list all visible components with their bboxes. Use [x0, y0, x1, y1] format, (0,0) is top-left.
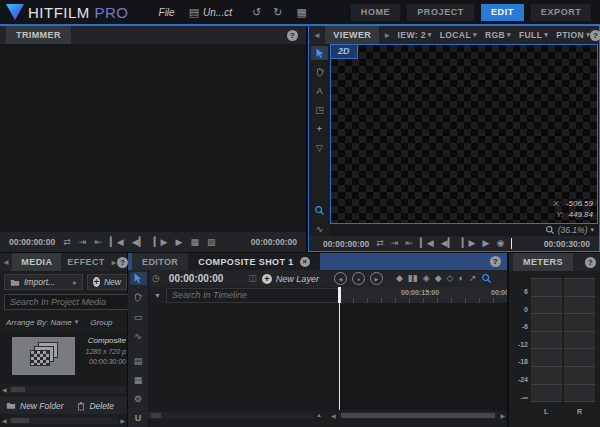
frame-view-icon[interactable]: ▤: [130, 355, 147, 368]
track-h-scrollbar[interactable]: [339, 412, 498, 419]
new-folder-button[interactable]: New Folder: [6, 401, 63, 411]
viewer-canvas[interactable]: 2D X:-506.59 Y:449.84: [330, 44, 598, 224]
slip-tool-icon[interactable]: ▭: [130, 310, 147, 323]
media-h-scrollbar[interactable]: [9, 386, 125, 393]
project-button[interactable]: ▤ Un...ct: [189, 6, 232, 19]
scroll-left-icon[interactable]: ◀: [331, 412, 336, 419]
tab-viewer[interactable]: VIEWER: [325, 26, 379, 44]
help-icon[interactable]: ?: [585, 257, 596, 268]
interpolation-icon[interactable]: ◐: [458, 274, 463, 283]
tab-editor[interactable]: EDITOR: [132, 253, 188, 270]
transform-tool-icon[interactable]: ◳: [311, 103, 328, 117]
track-area[interactable]: [340, 303, 507, 410]
zoom-tool-icon[interactable]: [311, 203, 328, 217]
set-in-point-icon[interactable]: ⇤: [405, 239, 413, 248]
camera-icon[interactable]: ◫: [248, 274, 257, 283]
next-keyframe-icon[interactable]: ▶: [370, 272, 383, 285]
panel-scroll-left-icon[interactable]: ◄: [309, 31, 325, 40]
view-mode-dropdown[interactable]: IEW: 2▾: [398, 30, 432, 40]
scroll-right-icon[interactable]: ▶: [500, 412, 505, 419]
step-back-icon[interactable]: ◀▎: [441, 239, 455, 248]
channel-dropdown[interactable]: RGB▾: [485, 30, 511, 40]
keyframe-hollow-icon[interactable]: ◇: [447, 274, 454, 283]
keyframe-add-icon[interactable]: ◆: [435, 274, 442, 283]
tab-export[interactable]: EXPORT: [531, 4, 592, 21]
close-tab-icon[interactable]: ×: [300, 257, 310, 267]
filter-icon[interactable]: ▼: [154, 292, 161, 299]
slice-icon[interactable]: ▮▮: [408, 274, 418, 283]
help-icon[interactable]: ?: [590, 30, 600, 41]
undo-button[interactable]: ↺: [252, 6, 261, 19]
tab-project[interactable]: PROJECT: [407, 4, 474, 21]
panel-scroll-right-icon[interactable]: ►: [379, 31, 395, 40]
layer-h-scrollbar[interactable]: [148, 412, 313, 419]
group-by-dropdown[interactable]: Group: [90, 318, 112, 327]
play-icon[interactable]: ▶: [175, 238, 182, 247]
value-graph-icon[interactable]: ↗: [469, 274, 477, 283]
scroll-left-icon[interactable]: ◀: [2, 386, 7, 393]
help-icon[interactable]: ?: [117, 257, 128, 268]
anchor-tool-icon[interactable]: ▽: [311, 141, 328, 155]
tab-composite-shot[interactable]: COMPOSITE SHOT 1 ×: [188, 253, 319, 270]
help-icon[interactable]: ?: [490, 256, 501, 267]
view-mode-badge[interactable]: 2D: [331, 45, 358, 59]
step-back-icon[interactable]: ◀▎: [132, 238, 146, 247]
scroll-right-icon[interactable]: ▶: [120, 417, 125, 424]
timeline-ruler[interactable]: 00:00:15:00 00:00:3: [339, 287, 507, 303]
set-out-point-icon[interactable]: ⇥: [391, 239, 399, 248]
media-h-scrollbar-2[interactable]: [9, 417, 119, 424]
tab-edit[interactable]: EDIT: [481, 4, 524, 21]
media-search-input[interactable]: [4, 294, 133, 310]
step-forward-icon[interactable]: ▎▶: [154, 238, 168, 247]
frame-grid-icon[interactable]: ▦: [130, 374, 147, 387]
add-keyframe-icon[interactable]: ●: [352, 272, 365, 285]
zoom-handle-icon[interactable]: ▲: [316, 412, 322, 418]
playhead-handle[interactable]: [338, 287, 341, 303]
hand-tool-icon[interactable]: [130, 291, 147, 304]
tab-meters[interactable]: METERS: [513, 253, 573, 271]
time-display-icon[interactable]: ◷: [152, 274, 160, 283]
quality-dropdown[interactable]: FULL▾: [519, 30, 548, 40]
rate-stretch-tool-icon[interactable]: ∿: [130, 329, 147, 342]
workspace-grid-button[interactable]: ▦: [296, 6, 306, 19]
insert-clip-icon[interactable]: ▦: [190, 238, 199, 247]
playhead-line[interactable]: [339, 303, 340, 410]
tab-trimmer[interactable]: TRIMMER: [6, 26, 71, 44]
go-to-start-icon[interactable]: ▎◀: [420, 239, 434, 248]
arrange-by-dropdown[interactable]: Arrange By: Name▾: [6, 318, 78, 327]
help-icon[interactable]: ?: [287, 30, 298, 41]
media-item-info[interactable]: Composite 1280 x 720 p 00:00:30:00: [78, 336, 126, 365]
settings-gear-icon[interactable]: ⚙: [130, 393, 147, 406]
axis-dropdown[interactable]: LOCAL▾: [440, 30, 477, 40]
viewer-zoom-control[interactable]: (36.1%) ▾: [545, 224, 594, 236]
import-button[interactable]: Import... ▸: [4, 274, 83, 290]
file-menu[interactable]: File: [159, 7, 175, 18]
loop-icon[interactable]: ⇄: [376, 239, 384, 248]
keyframe-auto-icon[interactable]: ◈: [423, 274, 430, 283]
set-out-point-icon[interactable]: ⇥: [79, 238, 87, 247]
previous-keyframe-icon[interactable]: ◀: [334, 272, 347, 285]
delete-button[interactable]: Delete: [77, 401, 114, 411]
step-forward-icon[interactable]: ▎▶: [462, 239, 476, 248]
play-icon[interactable]: ▶: [482, 239, 489, 248]
transport-playhead[interactable]: [511, 238, 512, 249]
overlay-clip-icon[interactable]: ▧: [207, 238, 216, 247]
move-tool-icon[interactable]: +: [311, 122, 328, 136]
panel-scroll-left-icon[interactable]: ◄: [0, 258, 12, 267]
timeline-search-input[interactable]: [166, 288, 339, 303]
options-dropdown[interactable]: PTION▾: [556, 30, 590, 40]
select-tool-icon[interactable]: [311, 46, 328, 60]
tab-media[interactable]: MEDIA: [12, 253, 61, 271]
tab-effects[interactable]: EFFECT: [61, 253, 110, 271]
layer-list-area[interactable]: [148, 303, 339, 410]
set-in-point-icon[interactable]: ⇤: [94, 238, 102, 247]
orbit-tool-icon[interactable]: ∿: [311, 222, 328, 236]
hand-tool-icon[interactable]: [311, 65, 328, 79]
export-frame-icon[interactable]: ◉: [496, 239, 504, 248]
redo-button[interactable]: ↻: [273, 6, 282, 19]
zoom-to-fit-icon[interactable]: [481, 273, 492, 284]
scroll-left-icon[interactable]: ◀: [2, 417, 7, 424]
go-to-start-icon[interactable]: ▎◀: [110, 238, 124, 247]
text-tool-icon[interactable]: A: [311, 84, 328, 98]
snap-magnet-icon[interactable]: U: [130, 412, 147, 425]
